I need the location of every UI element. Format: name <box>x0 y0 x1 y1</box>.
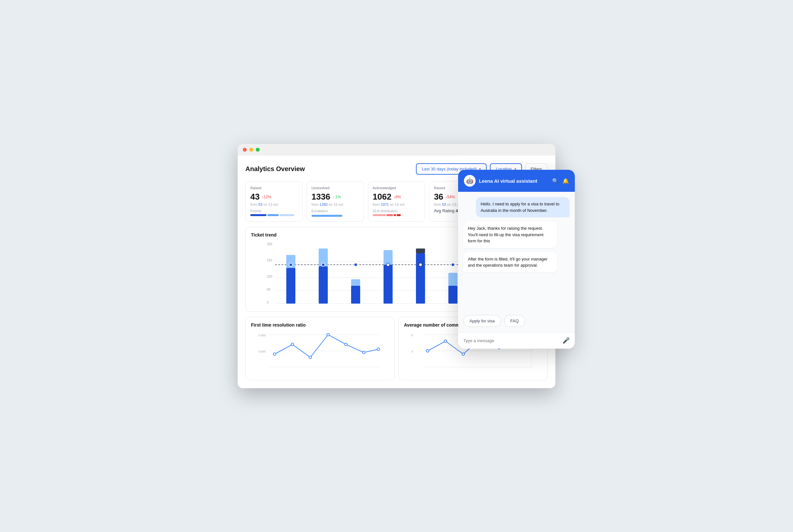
svg-point-43 <box>273 353 276 356</box>
search-icon[interactable]: 🔍 <box>552 178 559 184</box>
svg-rect-10 <box>286 268 295 304</box>
svg-text:50: 50 <box>267 288 271 291</box>
chat-header: 🤖 Leena AI virtual assistant 🔍 🔔 <box>458 170 575 192</box>
page-title: Analytics Overview <box>245 165 305 173</box>
svg-point-24 <box>386 263 390 266</box>
svg-rect-22 <box>384 265 393 304</box>
svg-point-32 <box>451 263 455 266</box>
sla-bars <box>373 214 421 216</box>
svg-text:4: 4 <box>411 350 413 353</box>
stat-label: Unresolved <box>312 186 359 190</box>
svg-text:0.600: 0.600 <box>258 350 266 353</box>
svg-point-45 <box>309 356 312 359</box>
stat-value: 1062 ↓8% <box>373 192 421 202</box>
browser-window: Analytics Overview Last 30 days (today i… <box>238 144 555 388</box>
chat-messages: Hello. I need to apply for a visa to tra… <box>458 192 575 315</box>
stat-from: from 1071 on 13 oct <box>373 203 421 206</box>
svg-point-46 <box>327 334 329 336</box>
svg-rect-23 <box>384 250 393 265</box>
svg-point-20 <box>354 263 357 266</box>
chat-panel: 🤖 Leena AI virtual assistant 🔍 🔔 Hello. … <box>458 170 575 349</box>
escalation-bar <box>312 215 343 217</box>
bot-message-2: After the form is filled, it'll go your … <box>463 252 557 272</box>
close-dot[interactable] <box>243 148 247 152</box>
chat-input[interactable] <box>463 338 559 343</box>
stat-change: ↓54% <box>445 195 455 199</box>
svg-text:6: 6 <box>411 334 413 337</box>
stat-card-unresolved: Unresolved 1336 ↑ 1% from 1280 on 13 oct… <box>307 181 364 222</box>
svg-point-49 <box>377 348 380 350</box>
bell-icon[interactable]: 🔔 <box>563 178 569 184</box>
chart-title: First time resolution ratio <box>251 322 389 327</box>
svg-rect-18 <box>351 286 360 304</box>
svg-rect-19 <box>351 279 360 286</box>
svg-point-28 <box>419 263 422 266</box>
svg-point-16 <box>321 263 325 266</box>
svg-point-57 <box>444 340 447 342</box>
first-time-resolution-card: First time resolution ratio 0.800 0.600 <box>245 317 394 380</box>
svg-point-48 <box>363 351 365 354</box>
minimize-dot[interactable] <box>249 148 253 152</box>
priority-bar-med <box>268 214 279 216</box>
faq-button[interactable]: FAQ <box>504 315 525 327</box>
chat-header-icons: 🔍 🔔 <box>552 178 569 184</box>
priority-bar-low <box>280 214 294 216</box>
line-chart-svg-resolution: 0.800 0.600 <box>251 331 389 374</box>
stat-label: Raised <box>250 186 298 190</box>
svg-point-44 <box>291 343 294 346</box>
svg-point-56 <box>426 349 429 352</box>
stat-from: from 1280 on 13 oct <box>312 203 359 206</box>
stat-sub-label: SLA distribution <box>373 209 421 213</box>
stat-sub-label: Priority <box>250 209 298 213</box>
priority-bar-high <box>250 214 266 216</box>
bot-message-1: Hey Jack, thanks for raising the request… <box>463 221 557 248</box>
svg-rect-14 <box>319 266 328 304</box>
stat-label: Acknowledged <box>373 186 421 190</box>
svg-rect-27 <box>416 248 425 253</box>
svg-rect-30 <box>448 286 458 304</box>
chat-avatar: 🤖 <box>464 175 476 187</box>
quick-actions: Apply for visa FAQ <box>458 315 575 332</box>
stat-value: 1336 ↑ 1% <box>312 192 359 202</box>
microphone-icon[interactable]: 🎤 <box>563 337 570 344</box>
svg-text:200: 200 <box>267 242 272 246</box>
stat-change: ↑ 1% <box>332 195 341 199</box>
chat-input-area: 🎤 <box>458 332 575 349</box>
user-message-1: Hello. I need to apply for a visa to tra… <box>476 197 570 217</box>
svg-rect-26 <box>416 253 425 304</box>
svg-text:0.800: 0.800 <box>258 334 266 337</box>
stat-sub-label: Escalation <box>312 209 359 213</box>
svg-text:100: 100 <box>267 275 272 278</box>
chat-header-title: Leena AI virtual assistant <box>479 178 549 184</box>
escalation-bar-wrap <box>312 215 359 217</box>
svg-point-47 <box>345 343 347 346</box>
svg-point-58 <box>462 353 465 356</box>
svg-text:0: 0 <box>267 301 269 304</box>
stat-card-acknowledged: Acknowledged 1062 ↓8% from 1071 on 13 oc… <box>368 181 425 222</box>
maximize-dot[interactable] <box>256 148 260 152</box>
stat-change: ↓8% <box>393 195 401 199</box>
stat-from: from 53 on 13 oct <box>250 203 298 206</box>
apply-for-visa-button[interactable]: Apply for visa <box>463 315 501 327</box>
priority-bars <box>250 214 298 216</box>
stat-card-raised-43: Raised 43 ↓12% from 53 on 13 oct Priorit… <box>245 181 303 222</box>
svg-text:150: 150 <box>267 259 272 262</box>
svg-rect-31 <box>448 273 458 286</box>
browser-titlebar <box>238 144 555 155</box>
stat-value: 43 ↓12% <box>250 192 298 202</box>
stat-change: ↓12% <box>262 195 271 199</box>
svg-point-12 <box>289 263 292 266</box>
bot-avatar-icon: 🤖 <box>466 177 473 184</box>
